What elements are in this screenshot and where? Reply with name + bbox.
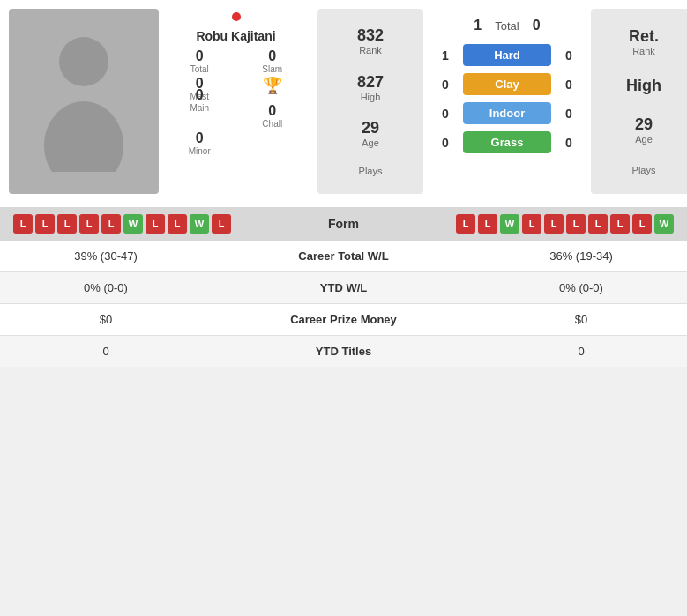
left-ytd-wl: 0% (0-0): [18, 281, 194, 294]
main-container: Robu Kajitani 0 Total 0 Slam 0 Mast 🏆: [0, 0, 687, 367]
career-total-row: 39% (30-47) Career Total W/L 36% (19-34): [0, 241, 687, 272]
right-badge-1: L: [456, 214, 475, 234]
right-badge-6: L: [566, 214, 586, 234]
center-column: 1 Total 0 1 Hard 0 0 Clay 0 0 Indoor 0 0: [428, 9, 586, 194]
right-form-badges: L L W L L L L L L W: [456, 214, 674, 234]
right-badge-5: L: [544, 214, 564, 234]
career-stats: 39% (30-47) Career Total W/L 36% (19-34)…: [0, 241, 687, 367]
hard-button[interactable]: Hard: [463, 44, 551, 66]
indoor-button[interactable]: Indoor: [463, 102, 551, 124]
left-age-stat: 29 Age: [362, 119, 379, 148]
right-rank-stat: Ret. Rank: [629, 27, 659, 56]
left-stats-grid: 0 Total 0 Slam 0 Mast 🏆 0 Main: [159, 48, 313, 156]
left-avatar: [9, 9, 159, 194]
surface-hard-row: 1 Hard 0: [437, 44, 578, 66]
left-badge-10: L: [212, 214, 231, 234]
surface-indoor-row: 0 Indoor 0: [437, 102, 578, 124]
left-status-dot: [232, 12, 241, 21]
form-section: L L L L L W L L W L Form L L W L L L L L…: [0, 207, 687, 241]
career-total-label: Career Total W/L: [194, 249, 493, 263]
svg-point-0: [59, 37, 108, 86]
left-total: 0 Total: [168, 48, 232, 74]
left-form-badges: L L L L L W L L W L: [13, 214, 231, 234]
left-badge-7: L: [146, 214, 165, 234]
right-prize-money: $0: [493, 313, 669, 326]
left-trophy-icon: 🏆: [241, 76, 305, 101]
left-minor: 0 Minor: [168, 130, 232, 156]
left-badge-2: L: [35, 214, 55, 234]
left-ytd-titles: 0: [18, 345, 194, 358]
left-player-name: Robu Kajitani: [196, 29, 275, 43]
left-player-info: Robu Kajitani 0 Total 0 Slam 0 Mast 🏆: [159, 9, 313, 194]
left-badge-3: L: [57, 214, 77, 234]
ytd-wl-row: 0% (0-0) YTD W/L 0% (0-0): [0, 272, 687, 304]
right-age-stat: 29 Age: [635, 115, 653, 145]
right-high-stat: High: [626, 77, 661, 95]
left-prize-money: $0: [18, 313, 194, 326]
svg-point-1: [44, 101, 123, 172]
left-rank-stat: 832 Rank: [357, 26, 384, 56]
right-ytd-wl: 0% (0-0): [493, 281, 669, 294]
left-badge-8: L: [168, 214, 187, 234]
surface-clay-row: 0 Clay 0: [437, 73, 578, 95]
left-slam: 0 Slam: [241, 48, 305, 74]
right-badge-3: W: [500, 214, 519, 234]
left-plays-stat: Plays: [359, 166, 383, 176]
left-middle-stats: 832 Rank 827 High 29 Age Plays: [317, 9, 423, 194]
form-label: Form: [328, 217, 359, 231]
right-badge-2: L: [478, 214, 497, 234]
left-high-stat: 827 High: [357, 73, 384, 102]
right-badge-10: W: [654, 214, 674, 234]
right-middle-stats: Ret. Rank High 29 Age Plays: [591, 9, 687, 194]
players-section: Robu Kajitani 0 Total 0 Slam 0 Mast 🏆: [0, 0, 687, 203]
left-badge-4: L: [79, 214, 99, 234]
clay-button[interactable]: Clay: [463, 73, 551, 95]
left-badge-1: L: [13, 214, 33, 234]
right-badge-8: L: [610, 214, 630, 234]
prize-money-row: $0 Career Prize Money $0: [0, 304, 687, 336]
total-row: 1 Total 0: [474, 18, 540, 33]
ytd-titles-row: 0 YTD Titles 0: [0, 336, 687, 367]
left-career-total: 39% (30-47): [18, 249, 194, 263]
right-badge-7: L: [588, 214, 608, 234]
left-badge-6: W: [123, 214, 143, 234]
right-ytd-titles: 0: [493, 345, 669, 358]
right-career-total: 36% (19-34): [493, 249, 669, 263]
surface-grass-row: 0 Grass 0: [437, 131, 578, 153]
left-badge-9: W: [190, 214, 209, 234]
right-badge-4: L: [522, 214, 541, 234]
grass-button[interactable]: Grass: [463, 131, 551, 153]
ytd-titles-label: YTD Titles: [194, 345, 493, 358]
right-badge-9: L: [632, 214, 652, 234]
left-main: 0 Main: [168, 87, 232, 129]
ytd-wl-label: YTD W/L: [194, 281, 493, 294]
right-plays-stat: Plays: [632, 165, 656, 175]
left-badge-5: L: [101, 214, 121, 234]
prize-money-label: Career Prize Money: [194, 313, 493, 326]
left-chall: 0 Chall: [241, 103, 305, 129]
